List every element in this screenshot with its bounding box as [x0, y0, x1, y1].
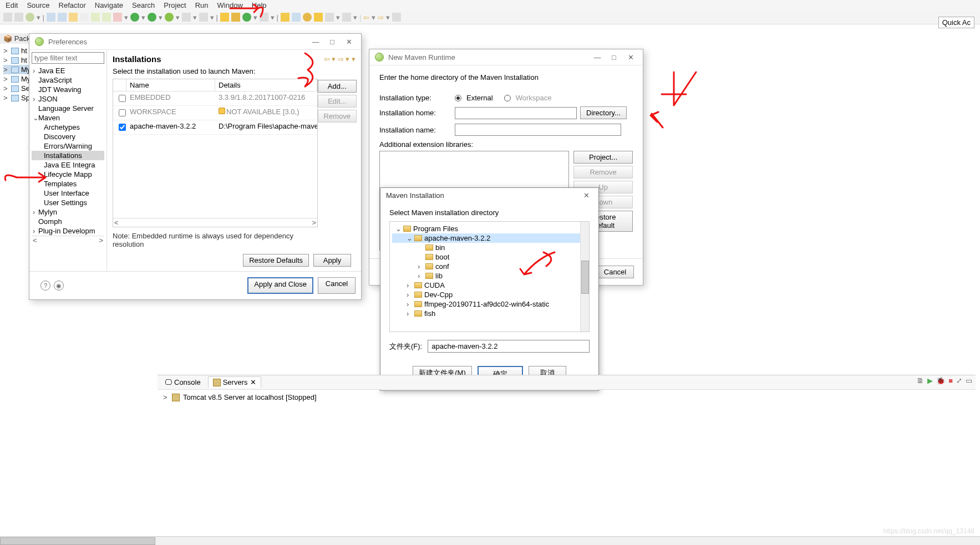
tb-icon[interactable]	[102, 13, 111, 22]
nmr-cancel-button[interactable]: Cancel	[596, 266, 634, 278]
pref-tree-node[interactable]: Archetypes	[32, 123, 104, 132]
dir-tree-node[interactable]: boot	[392, 252, 587, 262]
tb-icon[interactable]	[80, 13, 89, 22]
row-checkbox[interactable]	[119, 109, 126, 116]
col-name[interactable]: Name	[126, 79, 215, 91]
directory-tree[interactable]: ⌄Program Files⌄apache-maven-3.2.2binboot…	[389, 221, 590, 332]
tb-icon[interactable]	[199, 13, 208, 22]
pref-tree-node[interactable]: User Settings	[32, 198, 104, 207]
tb-icon[interactable]	[14, 13, 23, 22]
filter-input[interactable]	[32, 52, 104, 64]
dir-tree-node[interactable]: ›ffmpeg-20190711-af9dc02-win64-static	[392, 299, 587, 309]
table-row[interactable]: EMBEDDED3.3.9/1.8.2.20171007-0216	[113, 91, 317, 106]
external-radio[interactable]	[455, 95, 461, 101]
dir-tree-node[interactable]: ⌄apache-maven-3.2.2	[392, 233, 587, 243]
close-icon[interactable]: ✕	[342, 38, 356, 46]
menu-help[interactable]: Help	[252, 1, 267, 9]
tb-icon[interactable]	[182, 13, 191, 22]
progress-icon[interactable]: ◉	[54, 281, 64, 291]
col-details[interactable]: Details	[215, 79, 317, 91]
pref-tree-node[interactable]: JDT Weaving	[32, 85, 104, 94]
dir-tree-node[interactable]: ›Dev-Cpp	[392, 290, 587, 299]
cancel-button[interactable]: Cancel	[318, 277, 356, 294]
tb-icon[interactable]	[91, 13, 100, 22]
tb-icon[interactable]	[231, 13, 240, 22]
tb-icon[interactable]	[220, 13, 229, 22]
tb-icon[interactable]	[3, 13, 12, 22]
quick-access[interactable]: Quick Ac	[938, 17, 974, 28]
dir-tree-node[interactable]: ›conf	[392, 262, 587, 271]
dir-tree-node[interactable]: bin	[392, 243, 587, 252]
pref-tree-node[interactable]: Templates	[32, 179, 104, 189]
pref-tree-node[interactable]: ›JSON	[32, 94, 104, 104]
menu-navigate[interactable]: Navigate	[95, 1, 123, 9]
tab-console[interactable]: 🖵 Console	[160, 376, 206, 388]
tb-icon[interactable]	[47, 13, 55, 22]
tb-icon[interactable]	[325, 13, 334, 22]
panel-icon[interactable]: 🗎	[917, 376, 924, 385]
pref-tree-node[interactable]: JavaScript	[32, 75, 104, 85]
panel-icon[interactable]: ■	[948, 376, 953, 385]
tab-servers[interactable]: Servers ✕	[208, 376, 261, 388]
dir-tree-node[interactable]: ›CUDA	[392, 281, 587, 290]
horizontal-scrollbar[interactable]	[0, 536, 980, 545]
pref-tree-node[interactable]: Java EE Integra	[32, 160, 104, 170]
tb-icon[interactable]	[303, 13, 312, 22]
menu-project[interactable]: Project	[164, 1, 186, 9]
tb-icon[interactable]	[314, 13, 323, 22]
run-icon[interactable]	[148, 13, 156, 22]
minimize-icon[interactable]: —	[591, 53, 604, 62]
pref-tree-node[interactable]: Lifecycle Mapp	[32, 170, 104, 179]
tb-icon[interactable]	[242, 13, 251, 22]
panel-icon[interactable]: ▶	[927, 376, 933, 385]
tb-icon[interactable]	[69, 13, 78, 22]
pref-tree-node[interactable]: Oomph	[32, 217, 104, 226]
help-icon[interactable]: ?	[40, 281, 50, 291]
table-row[interactable]: WORKSPACENOT AVAILABLE [3.0,)	[113, 106, 317, 120]
apply-close-button[interactable]: Apply and Close	[247, 277, 313, 294]
pref-tree-node[interactable]: User Interface	[32, 189, 104, 198]
pref-tree-node[interactable]: ›Plug-in Developm	[32, 226, 104, 236]
menu-search[interactable]: Search	[132, 1, 155, 9]
scroll-right[interactable]: >	[312, 218, 316, 227]
tb-icon[interactable]	[260, 13, 268, 22]
nav-arrows[interactable]: ⇦ ▾ ⇨ ▾ ▾	[324, 55, 356, 63]
tb-icon[interactable]	[392, 13, 401, 22]
dir-tree-node[interactable]: ›lib	[392, 271, 587, 281]
dir-tree-node[interactable]: ⌄Program Files	[392, 224, 587, 233]
dir-tree-node[interactable]: ›fish	[392, 309, 587, 318]
run-icon[interactable]	[165, 13, 174, 22]
pref-tree-node[interactable]: ›Java EE	[32, 66, 104, 75]
run-icon[interactable]	[130, 13, 139, 22]
tb-icon[interactable]	[113, 13, 122, 22]
directory-button[interactable]: Directory...	[580, 106, 627, 119]
pref-tree-node[interactable]: Errors/Warning	[32, 141, 104, 151]
scrollbar[interactable]	[580, 222, 589, 332]
pref-tree-node[interactable]: Installations	[32, 151, 104, 160]
panel-icon[interactable]: ⤢	[956, 376, 962, 385]
menu-window[interactable]: Window	[217, 1, 243, 9]
row-checkbox[interactable]	[119, 124, 126, 131]
pref-tree-node[interactable]: Discovery	[32, 132, 104, 141]
installation-home-input[interactable]	[455, 107, 577, 119]
tb-icon[interactable]	[292, 13, 301, 22]
close-icon[interactable]: ✕	[624, 53, 637, 62]
maximize-icon[interactable]: □	[326, 38, 339, 46]
server-row[interactable]: > Tomcat v8.5 Server at localhost [Stopp…	[163, 393, 970, 401]
restore-defaults-button[interactable]: Restore Defaults	[243, 254, 309, 267]
tb-icon[interactable]	[342, 13, 351, 22]
tb-icon[interactable]	[281, 13, 290, 22]
pref-tree-node[interactable]: ›Mylyn	[32, 207, 104, 217]
menu-source[interactable]: Source	[27, 1, 49, 9]
add-button[interactable]: Add...	[318, 80, 357, 93]
row-checkbox[interactable]	[119, 95, 126, 102]
scroll-left[interactable]: <	[114, 218, 119, 227]
menu-edit[interactable]: Edit	[6, 1, 18, 9]
scroll-right[interactable]: >	[99, 236, 103, 245]
panel-icon[interactable]: ▭	[966, 376, 972, 385]
workspace-radio[interactable]	[504, 95, 511, 101]
pref-tree-node[interactable]: ⌄Maven	[32, 113, 104, 123]
apply-button[interactable]: Apply	[313, 254, 351, 267]
minimize-icon[interactable]: —	[309, 38, 322, 46]
close-icon[interactable]: ✕	[580, 191, 593, 200]
